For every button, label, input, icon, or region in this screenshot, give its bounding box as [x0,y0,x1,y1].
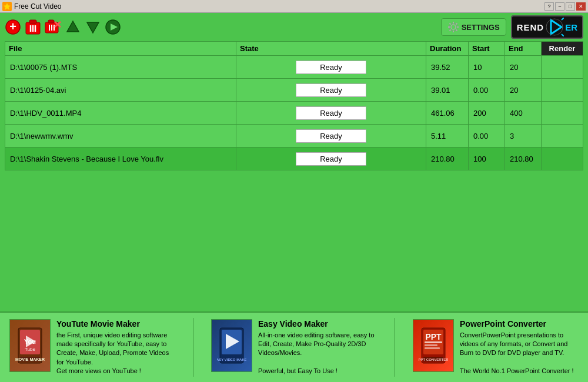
promo-item-youtube: You Tube MOVIE MAKER YouTute Movie Maker… [9,319,175,376]
title-bar-left: Free Cut Video [2,2,62,11]
render-icon [545,18,564,36]
render-label: REND [517,22,544,32]
youtube-product-icon: You Tube MOVIE MAKER [15,325,45,366]
close-button[interactable]: ✕ [576,2,586,11]
help-button[interactable]: ? [544,2,554,11]
cell-file: D:\1\newwmv.wmv [5,125,236,147]
table-header: File State Duration Start End Render [5,42,583,56]
cell-end: 400 [505,102,542,124]
divider-1 [193,318,193,377]
col-state: State [236,42,426,55]
settings-button[interactable]: SETTINGS [441,18,506,36]
svg-point-19 [451,25,456,29]
toolbar-right: SETTINGS REND ER [441,15,583,39]
col-render: Render [542,42,583,55]
maximize-button[interactable]: □ [566,2,575,11]
table-row[interactable]: D:\1\Shakin Stevens - Because I Love You… [5,148,583,170]
svg-text:+: + [9,20,16,33]
svg-marker-29 [551,20,562,34]
move-down-button[interactable] [85,19,101,35]
cell-file: D:\1\Shakin Stevens - Because I Love You… [5,148,236,170]
svg-line-28 [449,30,450,31]
svg-text:EASY VIDEO MAKER: EASY VIDEO MAKER [217,358,246,361]
cell-file: D:\1\0125-04.avi [5,79,236,101]
cell-start: 200 [469,102,505,124]
toolbar: + [0,13,588,41]
svg-line-25 [449,24,450,25]
add-button[interactable]: + [5,19,21,35]
cell-start: 0.00 [469,79,505,101]
cell-render [542,148,583,170]
cell-duration: 210.80 [426,148,469,170]
cell-file: D:\1\00075 (1).MTS [5,56,236,78]
cell-end: 20 [505,56,542,78]
svg-rect-49 [425,344,437,346]
minimize-button[interactable]: − [555,2,564,11]
move-up-button[interactable] [65,19,81,35]
col-end: End [505,42,542,55]
table-body: D:\1\00075 (1).MTS Ready 39.52 10 20 D:\… [5,56,583,170]
cell-start: 0.00 [469,125,505,147]
cell-end: 210.80 [505,148,542,170]
promo-title-youtube[interactable]: YouTute Movie Maker [56,319,175,329]
cell-end: 20 [505,79,542,101]
svg-marker-16 [87,22,99,33]
cell-state: Ready [236,102,426,124]
cell-state: Ready [236,148,426,170]
promo-text-youtube: YouTute Movie Maker the First, unique vi… [56,319,175,376]
col-file: File [5,42,236,55]
col-start: Start [469,42,505,55]
promo-desc-ppt: ConvertPowerPoint presentations to video… [460,331,579,376]
promo-title-ppt[interactable]: PowerPoint Converter [460,319,579,329]
cell-end: 3 [505,125,542,147]
remove-all-button[interactable] [45,19,61,35]
promo-img-youtube[interactable]: You Tube MOVIE MAKER [9,319,51,372]
svg-rect-9 [48,20,54,23]
svg-rect-4 [29,20,36,24]
cell-render [542,56,583,78]
cell-state: Ready [236,125,426,147]
svg-marker-15 [67,21,79,32]
promo-img-ppt[interactable]: PPT PPT CONVERTER [413,319,454,372]
table-row[interactable]: D:\1\0125-04.avi Ready 39.01 0.00 20 [5,79,583,102]
cell-duration: 39.01 [426,79,469,101]
svg-rect-50 [425,347,440,349]
promo-text-easy: Easy Video Maker All-in-one video editin… [258,319,377,376]
cell-start: 10 [469,56,505,78]
play-button[interactable] [105,19,121,35]
svg-text:Tube: Tube [25,347,35,352]
title-bar: Free Cut Video ? − □ ✕ [0,0,588,13]
svg-text:MOVIE MAKER: MOVIE MAKER [15,357,45,361]
render-button[interactable]: REND ER [511,15,583,39]
promo-img-easy[interactable]: EASY VIDEO MAKER [211,319,252,372]
app-icon [2,2,12,11]
svg-line-27 [456,24,457,25]
file-table: File State Duration Start End Render D:\… [5,41,583,170]
table-row[interactable]: D:\1\HDV_0011.MP4 Ready 461.06 200 400 [5,102,583,125]
promo-section: You Tube MOVIE MAKER YouTute Movie Maker… [0,311,588,382]
cell-state: Ready [236,56,426,78]
svg-line-31 [562,18,564,20]
col-duration: Duration [426,42,469,55]
ppt-converter-icon: PPT PPT CONVERTER [419,325,448,366]
cell-state: Ready [236,79,426,101]
cell-render [542,102,583,124]
cell-duration: 39.52 [426,56,469,78]
toolbar-left: + [5,19,121,35]
svg-rect-48 [425,341,442,343]
cell-render [542,125,583,147]
cell-start: 100 [469,148,505,170]
cell-duration: 5.11 [426,125,469,147]
promo-title-easy[interactable]: Easy Video Maker [258,319,377,329]
state-box: Ready [296,61,366,74]
table-row[interactable]: D:\1\newwmv.wmv Ready 5.11 0.00 3 [5,125,583,148]
divider-2 [395,318,395,377]
svg-line-32 [562,34,564,36]
state-box: Ready [296,83,366,97]
title-bar-controls: ? − □ ✕ [544,2,586,11]
cell-file: D:\1\HDV_0011.MP4 [5,102,236,124]
promo-desc-youtube: the First, unique video editing software… [56,331,175,376]
table-row[interactable]: D:\1\00075 (1).MTS Ready 39.52 10 20 [5,56,583,79]
remove-button[interactable] [25,19,41,35]
svg-text:PPT: PPT [425,332,442,341]
